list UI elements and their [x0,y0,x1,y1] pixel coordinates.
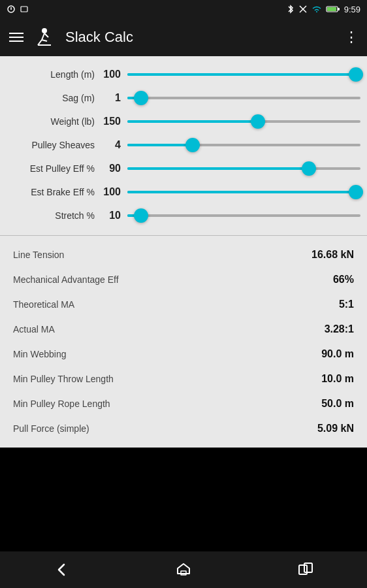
slider-row-2: Weight (lb)150 [0,110,367,133]
skier-icon [33,25,56,49]
result-row-0: Line Tension16.68 kN [0,242,367,267]
result-label-4: Min Webbing [13,349,302,359]
slider-track-container-0[interactable] [127,67,360,82]
slider-thumb-1[interactable] [134,91,148,105]
slider-value-3: 4 [95,139,121,151]
time-display: 9:59 [344,5,360,14]
home-button[interactable] [164,557,203,583]
slider-value-1: 1 [95,92,121,104]
hamburger-menu[interactable] [9,33,24,42]
slider-value-5: 100 [95,186,121,198]
bluetooth-icon [287,5,295,14]
slider-label-4: Est Pulley Eff % [7,163,95,174]
slider-row-0: Length (m)100 [0,63,367,86]
result-label-5: Min Pulley Throw Length [13,374,302,384]
svg-rect-2 [21,7,27,12]
icon2 [20,5,29,14]
slider-fill-2 [127,120,258,123]
back-icon [52,561,71,579]
slider-fill-5 [127,191,356,193]
svg-rect-7 [327,7,336,11]
svg-line-11 [44,33,48,37]
app-title: Slack Calc [65,29,335,46]
slider-track-container-5[interactable] [127,184,360,200]
recents-button[interactable] [286,557,325,583]
result-row-4: Min Webbing90.0 m [0,342,367,367]
status-bar: 9:59 [0,0,367,18]
result-value-6: 50.0 m [302,398,354,410]
slider-track-1 [127,97,360,99]
main-content: Length (m)100Sag (m)1Weight (lb)150Pulle… [0,56,367,448]
result-label-7: Pull Force (simple) [13,423,302,434]
sliders-section: Length (m)100Sag (m)1Weight (lb)150Pulle… [0,56,367,231]
svg-line-9 [42,33,44,40]
result-row-5: Min Pulley Throw Length10.0 m [0,367,367,391]
result-value-0: 16.68 kN [302,249,354,261]
result-value-1: 66% [302,274,354,286]
battery-icon [326,5,340,13]
recents-icon [296,561,315,579]
slider-track-container-6[interactable] [127,208,360,223]
slider-label-5: Est Brake Eff % [7,187,95,197]
status-right-area: 9:59 [287,5,360,14]
slider-track-container-1[interactable] [127,90,360,106]
slider-fill-4 [127,167,309,170]
slider-value-4: 90 [95,163,121,174]
slider-thumb-2[interactable] [251,114,265,129]
result-value-2: 5:1 [302,299,354,310]
result-row-7: Pull Force (simple)5.09 kN [0,416,367,441]
slider-row-1: Sag (m)1 [0,86,367,110]
svg-point-8 [42,28,47,33]
home-icon [174,561,193,579]
slider-label-0: Length (m) [7,69,95,80]
slider-row-5: Est Brake Eff %100 [0,180,367,204]
slider-thumb-4[interactable] [302,161,316,176]
slider-label-6: Stretch % [7,210,95,221]
wifi-icon [311,5,322,14]
result-value-3: 3.28:1 [302,323,354,335]
result-value-4: 90.0 m [302,348,354,360]
slider-track-container-2[interactable] [127,114,360,129]
result-row-3: Actual MA3.28:1 [0,317,367,342]
slider-label-3: Pulley Sheaves [7,140,95,150]
slider-track-container-3[interactable] [127,137,360,153]
app-bar: Slack Calc ⋮ [0,18,367,56]
back-button[interactable] [42,557,81,583]
slider-value-0: 100 [95,69,121,80]
svg-rect-6 [338,8,340,10]
result-value-7: 5.09 kN [302,423,354,434]
slider-value-6: 10 [95,210,121,221]
slider-thumb-6[interactable] [134,208,148,223]
slider-thumb-0[interactable] [349,67,363,82]
slider-row-4: Est Pulley Eff %90 [0,157,367,180]
result-row-2: Theoretical MA5:1 [0,292,367,317]
slider-row-3: Pulley Sheaves4 [0,133,367,157]
result-label-0: Line Tension [13,250,302,260]
slider-label-2: Weight (lb) [7,116,95,127]
slider-thumb-3[interactable] [185,138,200,152]
slider-row-6: Stretch %10 [0,204,367,227]
slider-track-6 [127,214,360,217]
navigation-bar [0,551,367,588]
slider-fill-0 [127,73,356,76]
result-row-1: Mechanical Advantage Eff66% [0,267,367,292]
overflow-menu-button[interactable]: ⋮ [344,29,358,46]
slider-value-2: 150 [95,116,121,127]
results-section: Line Tension16.68 kNMechanical Advantage… [0,240,367,448]
result-label-2: Theoretical MA [13,299,302,310]
svg-line-12 [42,40,47,41]
result-row-6: Min Pulley Rope Length50.0 m [0,391,367,416]
result-label-6: Min Pulley Rope Length [13,399,302,409]
slider-fill-3 [127,144,193,146]
status-left-icons [7,5,29,14]
section-divider [0,235,367,236]
slider-track-container-4[interactable] [127,161,360,176]
svg-line-10 [38,40,42,45]
no-signal-icon [298,5,308,14]
slider-label-1: Sag (m) [7,93,95,103]
slider-thumb-5[interactable] [349,185,363,199]
result-label-3: Actual MA [13,324,302,335]
result-label-1: Mechanical Advantage Eff [13,274,302,285]
icon1 [7,5,16,14]
result-value-5: 10.0 m [302,373,354,385]
